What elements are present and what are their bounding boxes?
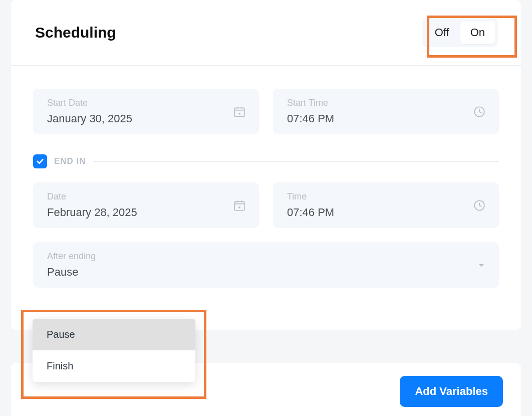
add-variables-button[interactable]: Add Variables <box>400 376 503 407</box>
end-date-text: Date February 28, 2025 <box>47 191 233 219</box>
after-ending-value: Pause <box>47 266 477 279</box>
toggle-on[interactable]: On <box>460 21 495 44</box>
svg-rect-8 <box>234 201 244 210</box>
end-time-text: Time 07:46 PM <box>287 191 473 219</box>
panel-body: Start Date January 30, 2025 Start Time <box>11 66 521 288</box>
end-date-value: February 28, 2025 <box>47 206 233 219</box>
scheduling-toggle[interactable]: Off On <box>422 18 498 47</box>
end-time-label: Time <box>287 191 473 202</box>
start-date-text: Start Date January 30, 2025 <box>47 98 233 125</box>
toggle-off[interactable]: Off <box>425 21 459 44</box>
start-time-text: Start Time 07:46 PM <box>287 98 473 125</box>
start-date-field[interactable]: Start Date January 30, 2025 <box>33 89 259 134</box>
panel-title: Scheduling <box>35 24 116 41</box>
dropdown-option-finish[interactable]: Finish <box>33 350 195 382</box>
after-ending-dropdown: Pause Finish <box>33 319 195 382</box>
check-icon <box>36 157 45 166</box>
start-date-label: Start Date <box>47 98 233 108</box>
scheduling-panel: Scheduling Off On Start Date January 30,… <box>11 0 521 330</box>
end-time-value: 07:46 PM <box>287 206 473 219</box>
start-time-label: Start Time <box>287 98 473 108</box>
end-date-label: Date <box>47 191 233 202</box>
start-date-value: January 30, 2025 <box>47 112 233 125</box>
after-ending-select[interactable]: After ending Pause <box>33 242 499 288</box>
clock-icon <box>473 199 486 212</box>
end-row: Date February 28, 2025 Time 07:46 <box>33 182 499 228</box>
end-in-section: END IN <box>33 154 499 168</box>
after-ending-text: After ending Pause <box>47 251 477 279</box>
divider-line <box>93 161 499 162</box>
after-ending-label: After ending <box>47 251 477 262</box>
end-in-checkbox[interactable] <box>33 154 47 168</box>
start-time-value: 07:46 PM <box>287 112 473 125</box>
chevron-down-icon <box>477 261 486 270</box>
svg-rect-4 <box>238 113 240 114</box>
svg-rect-12 <box>238 206 240 208</box>
dropdown-option-pause[interactable]: Pause <box>33 319 195 350</box>
panel-header: Scheduling Off On <box>11 0 521 66</box>
svg-rect-0 <box>234 108 244 116</box>
end-time-field[interactable]: Time 07:46 PM <box>273 182 499 228</box>
end-date-field[interactable]: Date February 28, 2025 <box>33 182 259 228</box>
svg-line-15 <box>479 205 481 206</box>
calendar-icon <box>233 199 246 212</box>
clock-icon <box>473 105 486 118</box>
start-time-field[interactable]: Start Time 07:46 PM <box>273 89 499 134</box>
svg-line-7 <box>479 112 481 113</box>
calendar-icon <box>233 105 246 118</box>
start-row: Start Date January 30, 2025 Start Time <box>33 89 499 134</box>
end-in-label: END IN <box>54 156 86 166</box>
